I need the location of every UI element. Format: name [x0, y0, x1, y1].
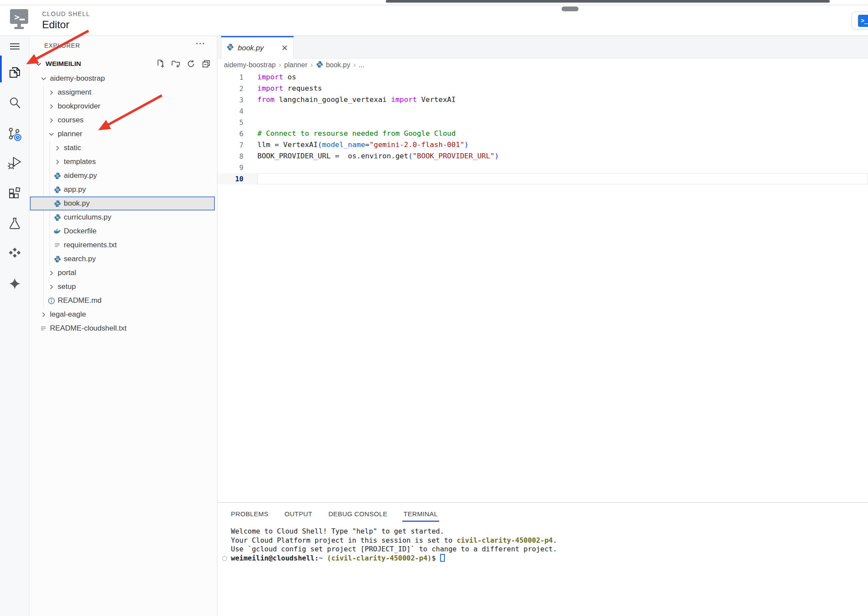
breadcrumb-item[interactable]: book.py	[316, 61, 350, 70]
extensions-icon	[8, 187, 22, 200]
workspace-name: WEIMEILIN	[46, 60, 81, 68]
tree-item-bookprovider[interactable]: bookprovider	[30, 99, 217, 113]
code-text	[257, 173, 868, 184]
explorer-activity-button[interactable]	[0, 61, 30, 84]
breadcrumb-separator: ›	[279, 61, 281, 69]
tree-item-readme-cloudshell-txt[interactable]: README-cloudshell.txt	[30, 321, 217, 335]
line-number: 5	[217, 118, 243, 127]
text-file-icon	[39, 324, 47, 332]
tree-item-setup[interactable]: setup	[30, 280, 217, 294]
line-number: 6	[217, 130, 243, 138]
code-line-7[interactable]: 7llm = VertexAI(model_name="gemini-2.0-f…	[217, 139, 868, 151]
tree-item-label: requirements.txt	[64, 241, 117, 249]
chevron-down-icon	[39, 75, 47, 82]
python-file-icon	[53, 255, 61, 263]
code-line-3[interactable]: 3from langchain_google_vertexai import V…	[217, 94, 868, 105]
breadcrumb-item[interactable]: ...	[359, 61, 365, 69]
tree-item-label: aidemy.py	[64, 171, 97, 180]
line-number: 10	[217, 175, 243, 183]
files-icon	[8, 66, 22, 79]
extensions-activity-button[interactable]	[0, 182, 30, 205]
close-icon[interactable]: ✕	[281, 44, 288, 52]
line-number: 2	[217, 85, 243, 93]
search-activity-button[interactable]	[0, 92, 30, 114]
tree-item-requirements-txt[interactable]: requirements.txt	[30, 238, 217, 252]
code-line-4[interactable]: 4	[217, 105, 868, 117]
drag-handle	[562, 7, 579, 11]
new-folder-icon[interactable]	[171, 59, 181, 70]
window-top-strip	[0, 0, 868, 5]
breadcrumb-separator: ›	[310, 61, 313, 69]
testing-activity-button[interactable]	[0, 212, 30, 235]
marketplace-activity-button[interactable]	[0, 242, 30, 265]
tree-item-templates[interactable]: templates	[30, 155, 217, 169]
line-number: 9	[217, 164, 243, 172]
terminal[interactable]: Welcome to Cloud Shell! Type "help" to g…	[231, 527, 859, 563]
tab-book-py[interactable]: book.py ✕	[221, 36, 294, 59]
tree-item-dockerfile[interactable]: Dockerfile	[30, 224, 217, 238]
tree-item-readme-md[interactable]: README.md	[30, 294, 217, 308]
code-text: import os	[257, 72, 868, 83]
workspace-row[interactable]: WEIMEILIN	[30, 58, 217, 71]
tree-item-legal-eagle[interactable]: legal-eagle	[30, 308, 217, 321]
breadcrumb-item[interactable]: planner	[284, 61, 307, 69]
open-terminal-button[interactable]: >_	[852, 12, 868, 29]
diamonds-icon	[7, 247, 22, 260]
panel-tab-output[interactable]: OUTPUT	[285, 510, 312, 518]
editor-region: book.py ✕ aidemy-boostrap›planner›book.p…	[217, 36, 868, 616]
terminal-line: Use `gcloud config set project [PROJECT_…	[231, 545, 859, 554]
menu-button[interactable]	[0, 35, 30, 58]
tree-item-planner[interactable]: planner	[30, 127, 217, 141]
source-control-activity-button[interactable]	[0, 123, 30, 146]
chevron-right-icon	[47, 88, 55, 96]
code-text: import requests	[257, 83, 868, 94]
code-line-10[interactable]: 10	[217, 173, 868, 184]
tree-item-book-py[interactable]: book.py	[30, 197, 215, 210]
tree-item-courses[interactable]: courses	[30, 113, 217, 127]
code-editor[interactable]: 1import os2import requests3from langchai…	[217, 72, 868, 184]
code-line-9[interactable]: 9	[217, 162, 868, 173]
code-line-5[interactable]: 5	[217, 117, 868, 128]
code-line-8[interactable]: 8BOOK_PROVIDER_URL = os.environ.get("BOO…	[217, 151, 868, 162]
refresh-icon[interactable]	[186, 59, 196, 70]
sparkle-icon	[8, 277, 21, 290]
chevron-right-icon	[53, 158, 61, 166]
chevron-right-icon	[47, 102, 55, 110]
explorer-toolbar	[156, 59, 211, 70]
command-decoration-circle	[222, 556, 227, 561]
code-text	[257, 162, 868, 173]
run-debug-activity-button[interactable]	[0, 151, 30, 174]
collapse-all-icon[interactable]	[201, 59, 211, 70]
tree-item-portal[interactable]: portal	[30, 266, 217, 280]
python-file-icon	[53, 172, 61, 180]
panel-tab-terminal[interactable]: TERMINAL	[404, 510, 438, 518]
tree-item-search-py[interactable]: search.py	[30, 252, 217, 266]
tree-item-label: curriculums.py	[64, 213, 112, 222]
app-header: > CLOUD SHELL Editor >_	[0, 6, 868, 36]
tree-item-app-py[interactable]: app.py	[30, 183, 217, 197]
chevron-right-icon	[39, 311, 47, 318]
tree-item-aidemy-py[interactable]: aidemy.py	[30, 169, 217, 183]
new-file-icon[interactable]	[156, 59, 165, 70]
code-text: # Connect to resourse needed from Google…	[257, 128, 868, 139]
code-text: from langchain_google_vertexai import Ve…	[257, 94, 868, 105]
code-line-6[interactable]: 6# Connect to resourse needed from Googl…	[217, 128, 868, 139]
breadcrumb-item[interactable]: aidemy-boostrap	[224, 61, 276, 69]
chevron-right-icon	[47, 283, 55, 291]
chevron-right-icon	[47, 269, 55, 277]
tree-item-label: templates	[64, 157, 96, 166]
code-line-1[interactable]: 1import os	[217, 72, 868, 83]
tree-item-assigment[interactable]: assigment	[30, 85, 217, 99]
panel-tab-debug-console[interactable]: DEBUG CONSOLE	[329, 510, 388, 518]
code-line-2[interactable]: 2import requests	[217, 83, 868, 94]
terminal-cursor	[440, 554, 445, 562]
gemini-activity-button[interactable]	[0, 272, 30, 295]
tree-item-static[interactable]: static	[30, 141, 217, 155]
python-file-icon	[53, 200, 61, 207]
tree-item-aidemy-boostrap[interactable]: aidemy-boostrap	[30, 72, 217, 85]
tree-item-curriculums-py[interactable]: curriculums.py	[30, 210, 217, 224]
beaker-icon	[8, 216, 22, 230]
ellipsis-icon[interactable]: ⋯	[195, 38, 206, 49]
chevron-down-icon	[35, 61, 42, 69]
panel-tab-problems[interactable]: PROBLEMS	[231, 510, 269, 518]
